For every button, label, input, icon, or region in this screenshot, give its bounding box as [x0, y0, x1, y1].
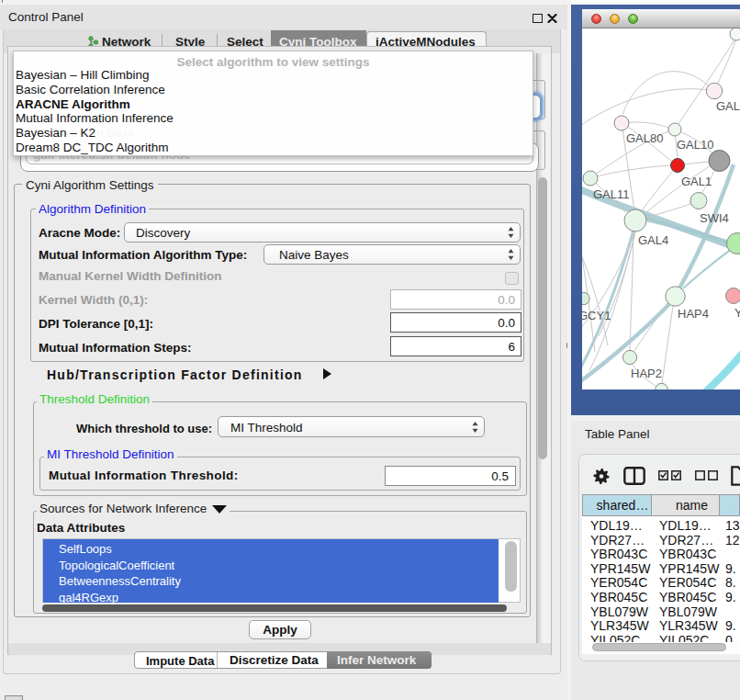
svg-text:Y: Y	[734, 306, 740, 320]
svg-text:GAL80: GAL80	[626, 131, 663, 145]
svg-text:HAP2: HAP2	[631, 367, 662, 380]
svg-text:SWI4: SWI4	[700, 211, 729, 225]
svg-text:GAL4: GAL4	[638, 233, 668, 247]
svg-text:GAL1: GAL1	[681, 175, 712, 188]
svg-text:GAL11: GAL11	[593, 187, 630, 201]
svg-text:GCY1: GCY1	[582, 309, 611, 322]
svg-text:GAL: GAL	[716, 99, 740, 113]
svg-text:HAP4: HAP4	[678, 307, 709, 321]
svg-text:GAL10: GAL10	[677, 138, 713, 152]
